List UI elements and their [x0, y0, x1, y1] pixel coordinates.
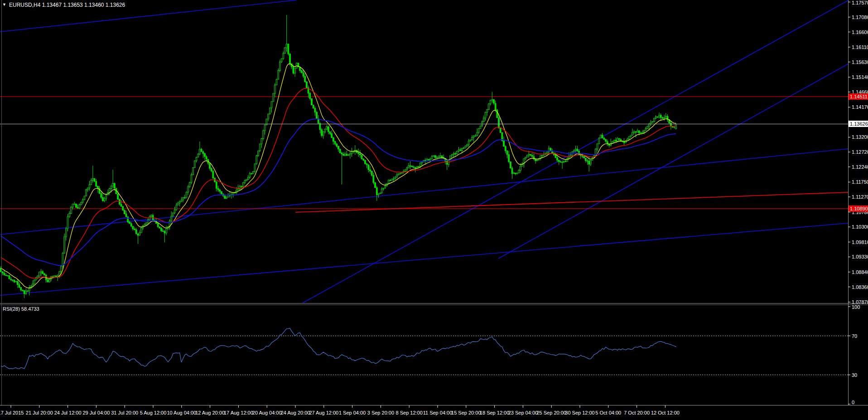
time-axis-label: 17 Aug 12:00 [224, 410, 253, 415]
time-axis-label: 31 Jul 20:00 [111, 410, 138, 415]
time-axis-label: 24 Jul 12:00 [54, 410, 82, 415]
price-axis-label: 1.11750 [852, 179, 868, 185]
symbol-dropdown-icon[interactable]: ▼ [2, 2, 6, 7]
time-axis-label: 17 Jul 2015 [0, 410, 24, 415]
rsi-axis-label: 70 [852, 333, 857, 339]
price-axis-label: 1.16110 [852, 44, 868, 50]
time-axis-label: 21 Jul 20:00 [26, 410, 53, 415]
price-axis-label: 1.08840 [852, 269, 868, 275]
price-badge-1.14511: 1.14511 [849, 93, 868, 100]
rsi-axis-label: 0 [852, 400, 854, 405]
time-axis-label: 24 Aug 20:00 [281, 410, 310, 415]
time-axis-label: 27 Aug 12:00 [309, 410, 338, 415]
price-axis-label: 1.17570 [852, 0, 868, 5]
price-badge-1.13626: 1.13626 [849, 121, 868, 127]
price-axis-label: 1.15630 [852, 59, 868, 65]
price-axis-label: 1.09330 [852, 254, 868, 259]
time-axis-label: 15 Sep 20:00 [451, 410, 481, 415]
rsi-axis-label: 30 [852, 372, 857, 378]
price-axis-label: 1.11270 [852, 194, 868, 200]
price-axis-label: 1.12720 [852, 149, 868, 155]
price-axis-label: 1.15140 [852, 74, 868, 80]
chart-title-ohlc: EURUSD,H4 1.13467 1.13653 1.13460 1.1362… [9, 2, 125, 8]
time-axis-label: 23 Sep 04:00 [508, 410, 538, 415]
rsi-indicator-label: RSI(28) 58.4733 [3, 306, 39, 312]
chart-background [0, 0, 868, 420]
time-axis-label: 18 Sep 12:00 [480, 410, 509, 415]
time-axis-label: 29 Jul 04:00 [82, 410, 110, 415]
price-axis-label: 1.16600 [852, 29, 868, 35]
time-axis-label: 5 Oct 04:00 [595, 410, 621, 415]
time-axis-label: 3 Sep 20:00 [367, 410, 394, 415]
time-axis-label: 7 Oct 20:00 [624, 410, 650, 415]
time-axis-label: 11 Sep 04:00 [423, 410, 453, 415]
price-axis-label: 1.14170 [852, 104, 868, 110]
time-axis-label: 12 Aug 20:00 [195, 410, 225, 415]
price-axis-label: 1.13200 [852, 134, 868, 140]
time-axis-label: 10 Aug 04:00 [167, 410, 196, 415]
price-badge-1.10890: 1.10890 [849, 205, 868, 212]
price-axis-label: 1.17080 [852, 15, 868, 20]
time-axis-label: 12 Oct 12:00 [651, 410, 680, 415]
rsi-axis-label: 100 [852, 304, 860, 310]
time-axis-label: 1 Sep 04:00 [339, 410, 366, 415]
price-axis-label: 1.10300 [852, 224, 868, 230]
time-axis-label: 25 Sep 20:00 [536, 410, 566, 415]
time-axis-label: 5 Aug 12:00 [140, 410, 167, 415]
chart-canvas[interactable] [0, 0, 868, 420]
time-axis-label: 20 Aug 04:00 [252, 410, 282, 415]
price-axis-label: 1.08360 [852, 284, 868, 290]
price-axis-label: 1.09810 [852, 239, 868, 245]
time-axis-label: 8 Sep 12:00 [396, 410, 423, 415]
chart-window: ▼ EURUSD,H4 1.13467 1.13653 1.13460 1.13… [0, 0, 868, 420]
price-axis-label: 1.12240 [852, 164, 868, 170]
time-axis-label: 30 Sep 12:00 [565, 410, 594, 415]
